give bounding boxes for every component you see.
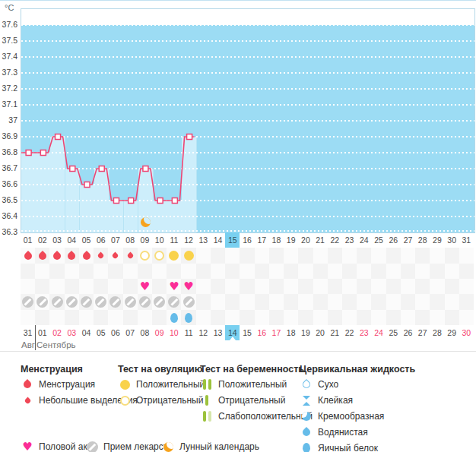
cycle-day-cell[interactable]: 19: [284, 232, 298, 248]
entry-cell[interactable]: [123, 279, 138, 294]
entry-cell[interactable]: [196, 279, 211, 294]
calendar-day-cell[interactable]: 24: [371, 325, 386, 340]
entry-cell[interactable]: [65, 248, 79, 264]
entry-cell[interactable]: [371, 310, 386, 325]
entry-cell[interactable]: [65, 264, 79, 279]
entry-cell[interactable]: [138, 310, 152, 325]
entry-cell[interactable]: [35, 294, 49, 310]
entry-cell[interactable]: [35, 264, 49, 279]
entry-cell[interactable]: [21, 310, 35, 325]
entry-cell[interactable]: [94, 264, 108, 279]
entry-cell[interactable]: [167, 310, 181, 325]
cycle-day-cell[interactable]: 13: [196, 232, 211, 248]
cycle-day-cell[interactable]: 26: [386, 232, 401, 248]
entry-cell[interactable]: [35, 310, 49, 325]
entry-cell[interactable]: [211, 248, 225, 264]
entry-cell[interactable]: [269, 310, 284, 325]
entry-cell[interactable]: ♥: [181, 279, 195, 294]
cycle-day-cell[interactable]: 06: [94, 232, 108, 248]
entry-cell[interactable]: [167, 264, 181, 279]
calendar-day-cell[interactable]: 21: [328, 325, 342, 340]
temperature-point-marker[interactable]: [99, 166, 104, 172]
entry-cell[interactable]: [108, 264, 122, 279]
entry-cell[interactable]: [430, 294, 444, 310]
entry-cell[interactable]: [269, 264, 284, 279]
calendar-day-cell[interactable]: 30: [459, 325, 474, 340]
entry-cell[interactable]: [65, 279, 79, 294]
entry-cell[interactable]: [459, 310, 474, 325]
calendar-day-cell[interactable]: 09: [152, 325, 167, 340]
entry-cell[interactable]: [108, 279, 122, 294]
entry-cell[interactable]: [269, 294, 284, 310]
entry-cell[interactable]: [181, 310, 195, 325]
entry-cell[interactable]: [328, 264, 342, 279]
calendar-day-cell[interactable]: 27: [415, 325, 430, 340]
entry-cell[interactable]: [152, 310, 167, 325]
entry-cell[interactable]: [138, 264, 152, 279]
cycle-day-cell[interactable]: 17: [255, 232, 269, 248]
temperature-point-marker[interactable]: [26, 150, 31, 156]
calendar-day-cell[interactable]: 04: [79, 325, 94, 340]
temperature-point-marker[interactable]: [143, 166, 148, 172]
calendar-day-cell[interactable]: 12: [196, 325, 211, 340]
entry-cell[interactable]: [445, 279, 459, 294]
entry-cell[interactable]: [240, 248, 254, 264]
cycle-day-cell[interactable]: 18: [269, 232, 284, 248]
entry-cell[interactable]: [298, 294, 313, 310]
entry-cell[interactable]: [196, 248, 211, 264]
entry-cell[interactable]: [430, 310, 444, 325]
cycle-day-cell[interactable]: 28: [415, 232, 430, 248]
entry-cell[interactable]: [211, 279, 225, 294]
entry-cell[interactable]: [79, 294, 94, 310]
cycle-day-cell[interactable]: 05: [79, 232, 94, 248]
entry-cell[interactable]: [21, 279, 35, 294]
entry-cell[interactable]: [255, 294, 269, 310]
cycle-day-cell[interactable]: 07: [108, 232, 122, 248]
entry-cell[interactable]: [49, 310, 64, 325]
entry-cell[interactable]: [225, 264, 240, 279]
entry-cell[interactable]: [284, 279, 298, 294]
entry-cell[interactable]: [211, 310, 225, 325]
entry-cell[interactable]: [357, 294, 371, 310]
entry-cell[interactable]: [269, 248, 284, 264]
entry-cell[interactable]: [298, 279, 313, 294]
entry-cell[interactable]: [79, 279, 94, 294]
entry-cell[interactable]: [298, 264, 313, 279]
entry-cell[interactable]: [342, 279, 357, 294]
entry-cell[interactable]: [94, 310, 108, 325]
calendar-day-cell[interactable]: 08: [138, 325, 152, 340]
entry-cell[interactable]: [401, 294, 415, 310]
cycle-day-cell[interactable]: 20: [298, 232, 313, 248]
calendar-day-cell[interactable]: 11: [181, 325, 195, 340]
temperature-point-marker[interactable]: [187, 134, 192, 140]
cycle-day-cell[interactable]: 22: [328, 232, 342, 248]
entry-cell[interactable]: [415, 310, 430, 325]
cycle-day-cell[interactable]: 10: [152, 232, 167, 248]
cycle-day-cell[interactable]: 08: [123, 232, 138, 248]
temperature-point-marker[interactable]: [157, 198, 163, 204]
entry-cell[interactable]: [445, 310, 459, 325]
entry-cell[interactable]: [357, 310, 371, 325]
calendar-day-cell[interactable]: 31: [21, 325, 35, 340]
calendar-day-cell[interactable]: 02: [49, 325, 64, 340]
entry-cell[interactable]: [386, 264, 401, 279]
temperature-point-marker[interactable]: [172, 198, 177, 204]
calendar-day-cell[interactable]: 16: [255, 325, 269, 340]
entry-cell[interactable]: [181, 264, 195, 279]
entry-cell[interactable]: [357, 248, 371, 264]
calendar-day-cell[interactable]: 13: [211, 325, 225, 340]
entry-cell[interactable]: [240, 310, 254, 325]
entry-cell[interactable]: [255, 310, 269, 325]
entry-cell[interactable]: [313, 279, 328, 294]
entry-cell[interactable]: [255, 279, 269, 294]
calendar-day-cell[interactable]: 01: [35, 325, 49, 340]
entry-cell[interactable]: [342, 294, 357, 310]
entry-cell[interactable]: [401, 248, 415, 264]
cycle-day-cell[interactable]: 04: [65, 232, 79, 248]
entry-cell[interactable]: [21, 264, 35, 279]
entry-cell[interactable]: [298, 248, 313, 264]
entry-cell[interactable]: [152, 279, 167, 294]
entry-cell[interactable]: [284, 310, 298, 325]
entry-cell[interactable]: [225, 279, 240, 294]
entry-cell[interactable]: [415, 248, 430, 264]
